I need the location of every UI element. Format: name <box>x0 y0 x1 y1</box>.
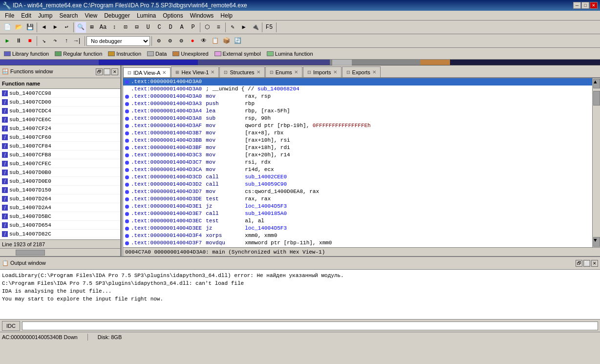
output-content[interactable]: LoadLibrary(C:\Program Files\IDA Pro 7.5… <box>0 270 600 319</box>
code-line[interactable]: .text:000000014004D3A0; __unwind { // su… <box>123 86 592 93</box>
menu-file[interactable]: File <box>2 12 17 20</box>
function-list-item[interactable]: fsub_14007CE6C <box>0 115 120 124</box>
function-list-item[interactable]: fsub_14007CDC4 <box>0 107 120 115</box>
tab-ida-view-a-close[interactable]: ✕ <box>162 70 166 75</box>
tab-structures[interactable]: ⊡ Structures ✕ <box>219 66 264 77</box>
back-button[interactable]: ◄ <box>39 22 49 33</box>
code-line[interactable]: .text:000000014004D3B7mov[rax+8], rbx <box>123 129 592 137</box>
code-line[interactable]: .text:000000014004D3EEjzloc_14004D5F3 <box>123 225 592 232</box>
code-line[interactable]: .text:000000014004D3AFmovqword ptr [rbp-… <box>123 122 592 129</box>
idc-input[interactable] <box>22 321 598 330</box>
function-list-item[interactable]: fsub_14007CC98 <box>0 89 120 98</box>
function-list-item[interactable]: fsub_14007D5BC <box>0 212 120 221</box>
tab-imports[interactable]: ⊡ Imports ✕ <box>303 66 342 77</box>
menu-view[interactable]: View <box>82 12 100 20</box>
process-options-button[interactable]: ⚙ <box>176 36 187 46</box>
panel-restore-button[interactable]: 🗗 <box>96 68 103 75</box>
open-button[interactable]: 📂 <box>13 22 24 33</box>
functions-hscroll[interactable] <box>0 248 120 256</box>
code-line[interactable]: .text:000000014004D3A0 <box>123 78 592 86</box>
data-button[interactable]: D <box>165 22 176 33</box>
code-line[interactable]: .text:000000014004D3A8subrsp, 90h <box>123 115 592 122</box>
str-button[interactable]: A <box>176 22 187 33</box>
tab-exports-close[interactable]: ✕ <box>372 69 376 75</box>
output-close-button[interactable]: ✕ <box>591 260 598 267</box>
plugin-button[interactable]: 🔌 <box>250 22 260 33</box>
menu-search[interactable]: Search <box>56 12 81 20</box>
function-list-item[interactable]: fsub_14007D82C <box>0 230 120 238</box>
code-line[interactable]: .text:000000014004D3C3mov[rax+20h], r14 <box>123 151 592 159</box>
save-button[interactable]: 💾 <box>24 22 35 33</box>
threads-button[interactable]: 🔄 <box>232 36 243 46</box>
tab-structures-close[interactable]: ✕ <box>257 69 260 75</box>
close-button[interactable]: ✕ <box>590 2 598 9</box>
undef-button[interactable]: U <box>143 22 153 33</box>
return-button[interactable]: ↩ <box>61 22 72 33</box>
code-line[interactable]: .text:000000014004D3DEtestrax, rax <box>123 195 592 203</box>
run-button[interactable]: ▶ <box>2 36 13 46</box>
code-view[interactable]: .text:000000014004D3A0.text:000000014004… <box>123 78 600 247</box>
stack-button[interactable]: 📋 <box>210 36 220 46</box>
struct-button[interactable]: ⊡ <box>120 22 131 33</box>
panel-close-button[interactable]: ✕ <box>111 68 118 75</box>
code-line[interactable]: .text:000000014004D3A4learbp, [rax-5Fh] <box>123 107 592 115</box>
menu-windows[interactable]: Windows <box>187 12 217 20</box>
attach-button[interactable]: ⚙ <box>153 36 164 46</box>
debugger-dropdown[interactable]: No debugger <box>86 36 150 46</box>
patch-button[interactable]: ✎ <box>227 22 238 33</box>
array-button[interactable]: ⊟ <box>131 22 142 33</box>
function-list-item[interactable]: fsub_14007D2A4 <box>0 203 120 212</box>
function-list-item[interactable]: fsub_14007CF24 <box>0 124 120 133</box>
code-line[interactable]: .text:000000014004D3BFmov[rax+18h], rdi <box>123 144 592 151</box>
watch-button[interactable]: 👁 <box>198 36 209 46</box>
breakpoint-button[interactable]: ● <box>187 36 198 46</box>
menu-lumina[interactable]: Lumina <box>134 12 159 20</box>
function-list-item[interactable]: fsub_14007CF84 <box>0 142 120 150</box>
code-line[interactable]: .text:000000014004D3CDcallsub_14002CEE0 <box>123 173 592 181</box>
forward-button[interactable]: ► <box>50 22 61 33</box>
function-list-item[interactable]: fsub_14007D0B0 <box>0 168 120 177</box>
function-list-item[interactable]: fsub_14007CFEC <box>0 159 120 168</box>
find-button[interactable]: 🔍 <box>75 22 86 33</box>
code-line[interactable]: .text:000000014004D3D7movcs:qword_1400D0… <box>123 188 592 195</box>
menu-jump[interactable]: Jump <box>35 12 55 20</box>
list-button[interactable]: ≡ <box>213 22 224 33</box>
vscroll-thumb[interactable] <box>593 91 600 106</box>
function-list-item[interactable]: fsub_14007D0E0 <box>0 177 120 186</box>
code-line[interactable]: .text:000000014004D3A0movrax, rsp <box>123 93 592 100</box>
function-list-item[interactable]: fsub_14007CD00 <box>0 98 120 107</box>
menu-options[interactable]: Options <box>160 12 186 20</box>
minimize-button[interactable]: ─ <box>573 2 581 9</box>
function-list-item[interactable]: fsub_14007D150 <box>0 186 120 194</box>
code-line[interactable]: .text:000000014004D3CAmovr14d, ecx <box>123 166 592 173</box>
graph-button[interactable]: ⬡ <box>202 22 213 33</box>
code-line[interactable]: .text:000000014004D3A3pushrbp <box>123 100 592 107</box>
tab-hex-view-1-close[interactable]: ✕ <box>211 69 214 75</box>
pause-button[interactable]: ⏸ <box>13 36 24 46</box>
code-line[interactable]: .text:000000014004D3D2callsub_140059C90 <box>123 181 592 188</box>
tab-ida-view-a[interactable]: ⊡ IDA View-A ✕ <box>123 67 171 78</box>
functions-list[interactable]: fsub_14007CC98fsub_14007CD00fsub_14007CD… <box>0 89 120 239</box>
code-line[interactable]: .text:000000014004D3F4xorpsxmm0, xmm0 <box>123 232 592 239</box>
code-line[interactable]: .text:000000014004D3F7movdquxmmword ptr … <box>123 239 592 247</box>
menu-edit[interactable]: Edit <box>18 12 34 20</box>
tab-enums-close[interactable]: ✕ <box>294 69 298 75</box>
tab-imports-close[interactable]: ✕ <box>333 69 337 75</box>
run-to-cursor-button[interactable]: →| <box>72 36 83 46</box>
function-list-item[interactable]: fsub_14007CF60 <box>0 133 120 142</box>
function-list-item[interactable]: fsub_14007D264 <box>0 194 120 203</box>
offset-button[interactable]: ↕ <box>109 22 120 33</box>
detach-button[interactable]: ⚙ <box>165 36 175 46</box>
function-list-item[interactable]: fsub_14007D654 <box>0 221 120 230</box>
code-scrollbar-vertical[interactable]: ▲ ▼ <box>592 78 600 247</box>
code-line[interactable]: .text:000000014004D3FCxorebx, ebx <box>123 247 592 247</box>
step-out-button[interactable]: ↑ <box>61 36 72 46</box>
code-line[interactable]: .text:000000014004D3BBmov[rax+10h], rsi <box>123 137 592 144</box>
rename-button[interactable]: Aa <box>98 22 108 33</box>
navigation-strip[interactable] <box>0 60 600 65</box>
menu-help[interactable]: Help <box>217 12 236 20</box>
vscroll-down-button[interactable]: ▼ <box>593 237 600 247</box>
decompile-button[interactable]: F5 <box>264 22 275 33</box>
code-line[interactable]: .text:000000014004D3E1jzloc_14004D5F3 <box>123 203 592 210</box>
tab-exports[interactable]: ⊡ Exports ✕ <box>342 66 381 77</box>
